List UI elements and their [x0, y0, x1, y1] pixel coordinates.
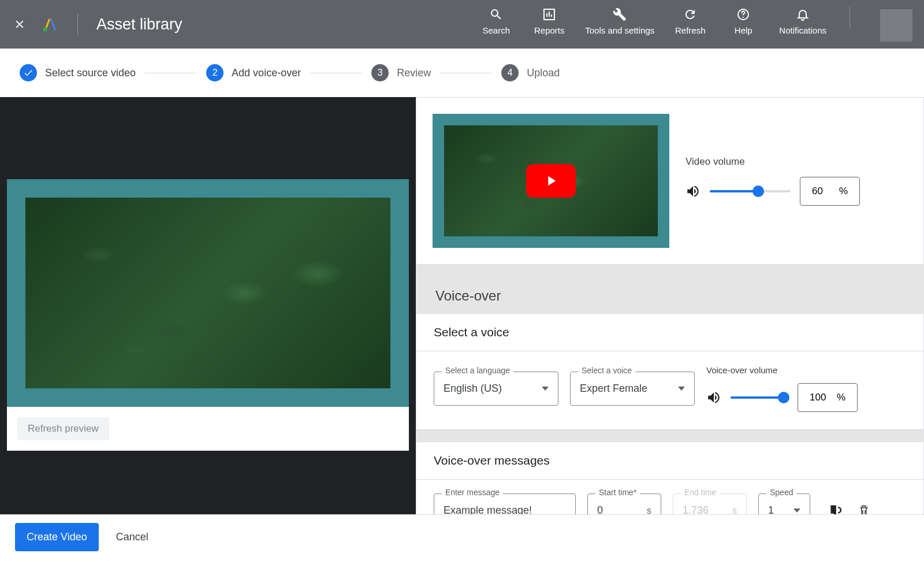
- reports-icon: [542, 8, 556, 21]
- voiceover-messages-header: Voice-over messages: [416, 442, 923, 480]
- video-volume-card: Video volume 60 %: [416, 97, 924, 265]
- end-time-value: 1.736: [683, 504, 709, 514]
- header-tools: Search Reports Tools and settings Refres…: [479, 0, 912, 49]
- step-select-source[interactable]: Select source video: [20, 64, 136, 81]
- step-4-label: Upload: [527, 67, 560, 79]
- select-voice-body: Select a language English (US) Select a …: [416, 351, 923, 429]
- step-3-circle: 3: [371, 64, 389, 81]
- refresh-icon: [683, 8, 697, 21]
- chevron-down-icon: [793, 509, 800, 513]
- step-1-label: Select source video: [45, 67, 136, 79]
- step-1-circle: [20, 64, 37, 81]
- tools-settings-tool[interactable]: Tools and settings: [585, 7, 654, 36]
- video-thumbnail[interactable]: [433, 114, 669, 248]
- speed-label: Speed: [766, 488, 796, 497]
- notifications-tool[interactable]: Notifications: [779, 7, 826, 36]
- video-volume-label: Video volume: [685, 156, 907, 168]
- tools-label: Tools and settings: [585, 25, 654, 36]
- help-tool[interactable]: Help: [726, 7, 761, 36]
- video-volume-input[interactable]: 60 %: [800, 177, 860, 206]
- google-ads-logo: [42, 16, 59, 33]
- speed-field[interactable]: Speed 1: [758, 493, 810, 514]
- end-time-label: End time: [681, 488, 720, 497]
- preview-frame: [7, 179, 409, 407]
- preview-toolbar: Refresh preview: [7, 407, 409, 451]
- video-volume-unit: %: [839, 185, 848, 197]
- close-button[interactable]: [12, 16, 28, 32]
- main-content: Refresh preview Video volume: [0, 97, 924, 514]
- message-field[interactable]: Enter message Example message!: [434, 493, 576, 514]
- preview-image: [25, 198, 390, 388]
- svg-rect-7: [831, 505, 836, 506]
- step-review[interactable]: 3 Review: [371, 64, 431, 81]
- voice-value: Expert Female: [580, 383, 647, 395]
- step-line: [145, 73, 197, 73]
- voiceover-volume-value: 100: [810, 392, 826, 403]
- check-icon: [23, 68, 33, 78]
- start-time-value: 0: [597, 504, 603, 514]
- refresh-tool[interactable]: Refresh: [673, 7, 707, 36]
- search-icon: [489, 8, 503, 21]
- refresh-preview-button[interactable]: Refresh preview: [17, 417, 109, 440]
- language-label: Select a language: [442, 366, 513, 375]
- chevron-down-icon: [678, 387, 685, 391]
- wrench-icon: [613, 8, 627, 21]
- step-3-label: Review: [397, 67, 431, 79]
- svg-rect-8: [831, 508, 835, 509]
- page-title: Asset library: [96, 16, 182, 34]
- language-field[interactable]: Select a language English (US): [434, 372, 558, 406]
- app-header: Asset library Search Reports Tools and s…: [0, 0, 924, 49]
- voice-field[interactable]: Select a voice Expert Female: [570, 372, 695, 406]
- video-volume-row: 60 %: [685, 177, 907, 206]
- header-divider: [77, 14, 78, 35]
- end-time-field: End time 1.736 s: [673, 493, 747, 514]
- avatar[interactable]: [880, 9, 912, 42]
- text-to-speech-icon[interactable]: [829, 503, 845, 515]
- end-time-unit: s: [732, 506, 737, 515]
- header-divider-right: [850, 7, 850, 28]
- ads-logo-icon: [42, 16, 59, 33]
- voiceover-volume-unit: %: [837, 392, 845, 403]
- message-actions: [829, 503, 871, 515]
- start-time-field[interactable]: Start time* 0 s: [587, 493, 661, 514]
- select-voice-header: Select a voice: [416, 314, 923, 351]
- help-label: Help: [735, 25, 752, 36]
- step-2-label: Add voice-over: [232, 67, 301, 79]
- voiceover-volume-label: Voice-over volume: [706, 365, 858, 375]
- chevron-down-icon: [542, 387, 549, 391]
- speed-value: 1: [768, 504, 774, 514]
- voice-label: Select a voice: [578, 366, 635, 375]
- delete-icon[interactable]: [856, 503, 871, 515]
- start-time-label: Start time*: [595, 488, 640, 497]
- preview-panel: Refresh preview: [0, 97, 416, 514]
- step-line: [310, 73, 362, 73]
- stepper: Select source video 2 Add voice-over 3 R…: [0, 49, 924, 97]
- settings-panel: Video volume 60 % Voice-over Select a vo…: [416, 97, 924, 514]
- voiceover-volume-slider[interactable]: [731, 396, 788, 399]
- reports-tool[interactable]: Reports: [532, 7, 567, 36]
- language-value: English (US): [444, 383, 502, 395]
- create-video-button[interactable]: Create Video: [15, 523, 99, 551]
- step-upload[interactable]: 4 Upload: [501, 64, 560, 81]
- video-volume-controls: Video volume 60 %: [685, 156, 907, 206]
- voiceover-volume-input[interactable]: 100 %: [798, 383, 858, 412]
- voiceover-messages-body: Enter message Example message! Start tim…: [416, 480, 923, 514]
- svg-point-0: [43, 27, 48, 32]
- video-thumbnail-image: [444, 125, 658, 236]
- voiceover-messages-card: Voice-over messages Enter message Exampl…: [416, 441, 924, 514]
- video-volume-value: 60: [812, 185, 823, 197]
- step-2-circle: 2: [206, 64, 223, 81]
- refresh-label: Refresh: [675, 25, 706, 36]
- step-add-voiceover[interactable]: 2 Add voice-over: [206, 64, 301, 81]
- volume-icon: [706, 390, 721, 405]
- close-icon: [13, 18, 26, 31]
- message-value: Example message!: [444, 504, 532, 514]
- help-icon: [736, 8, 750, 21]
- volume-icon: [685, 184, 701, 199]
- cancel-button[interactable]: Cancel: [116, 531, 148, 543]
- search-tool[interactable]: Search: [479, 7, 513, 36]
- youtube-play-button[interactable]: [526, 164, 576, 198]
- play-icon: [543, 173, 559, 189]
- video-volume-slider[interactable]: [710, 190, 791, 192]
- search-label: Search: [482, 25, 510, 36]
